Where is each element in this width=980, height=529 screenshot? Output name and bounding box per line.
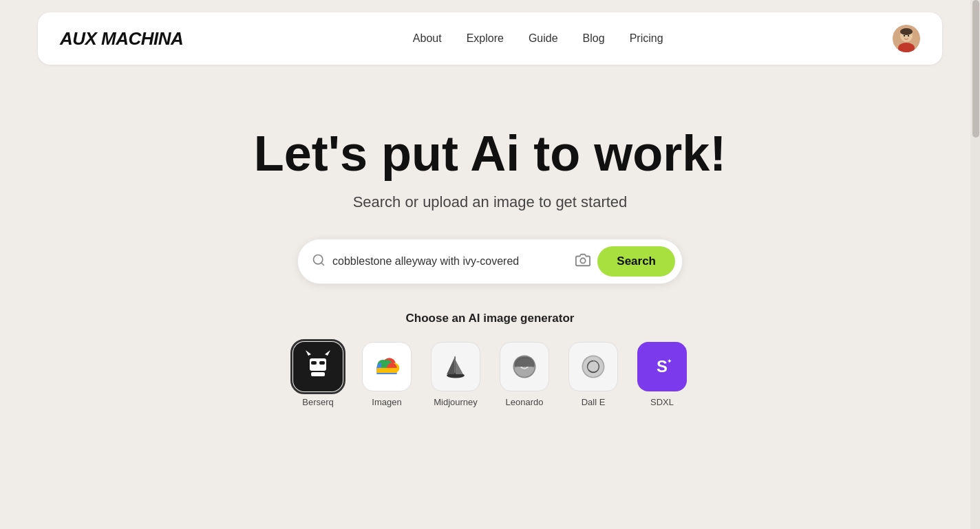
leonardo-icon <box>500 342 549 391</box>
svg-rect-26 <box>376 368 396 373</box>
svg-point-4 <box>904 35 905 36</box>
svg-text:✦: ✦ <box>667 358 672 365</box>
nav-pricing[interactable]: Pricing <box>630 32 663 45</box>
generator-leonardo[interactable]: Leonardo <box>500 342 549 407</box>
scrollbar-thumb[interactable] <box>972 0 979 138</box>
berserq-label: Berserq <box>302 397 334 407</box>
dalle-label: Dall E <box>582 397 606 407</box>
svg-point-3 <box>900 28 913 35</box>
search-bar: Search <box>297 239 683 284</box>
svg-rect-12 <box>319 361 325 365</box>
nav-explore[interactable]: Explore <box>467 32 504 45</box>
main-content: Let's put Ai to work! Search or upload a… <box>0 65 980 407</box>
svg-line-7 <box>321 263 324 266</box>
nav-about[interactable]: About <box>413 32 442 45</box>
generator-imagen[interactable]: Imagen <box>362 342 412 407</box>
berserq-icon <box>293 342 343 391</box>
svg-marker-28 <box>447 358 454 374</box>
dalle-icon <box>568 342 618 391</box>
svg-point-5 <box>908 35 909 36</box>
hero-subtitle: Search or upload an image to get started <box>353 193 628 211</box>
main-nav: About Explore Guide Blog Pricing <box>413 32 663 45</box>
camera-icon[interactable] <box>575 252 590 270</box>
generator-sdxl[interactable]: S ✦ SDXL <box>637 342 687 407</box>
leonardo-label: Leonardo <box>506 397 544 407</box>
generator-berserq[interactable]: Berserq <box>293 342 343 407</box>
avatar[interactable] <box>893 25 920 52</box>
scrollbar[interactable] <box>970 0 980 529</box>
svg-point-8 <box>581 258 586 263</box>
svg-rect-15 <box>311 372 325 376</box>
midjourney-icon <box>431 342 480 391</box>
nav-blog[interactable]: Blog <box>583 32 605 45</box>
midjourney-label: Midjourney <box>434 397 478 407</box>
generators-section: Choose an AI image generator <box>293 312 687 407</box>
search-button[interactable]: Search <box>597 246 675 277</box>
sdxl-icon: S ✦ <box>637 342 687 391</box>
svg-text:S: S <box>657 357 668 376</box>
imagen-label: Imagen <box>372 397 401 407</box>
svg-point-38 <box>590 365 595 369</box>
generators-grid: Berserq <box>293 342 687 407</box>
search-icon <box>312 253 326 270</box>
imagen-icon <box>362 342 412 391</box>
svg-rect-11 <box>311 361 317 365</box>
generators-label: Choose an AI image generator <box>293 312 687 325</box>
search-input[interactable] <box>332 255 575 268</box>
generator-midjourney[interactable]: Midjourney <box>431 342 480 407</box>
header: AUX MACHINA About Explore Guide Blog Pri… <box>38 12 942 65</box>
hero-title: Let's put Ai to work! <box>254 127 726 181</box>
logo: AUX MACHINA <box>60 28 183 50</box>
sdxl-label: SDXL <box>650 397 674 407</box>
svg-rect-10 <box>310 358 326 371</box>
svg-marker-29 <box>456 360 463 374</box>
nav-guide[interactable]: Guide <box>529 32 558 45</box>
generator-dalle[interactable]: Dall E <box>568 342 618 407</box>
